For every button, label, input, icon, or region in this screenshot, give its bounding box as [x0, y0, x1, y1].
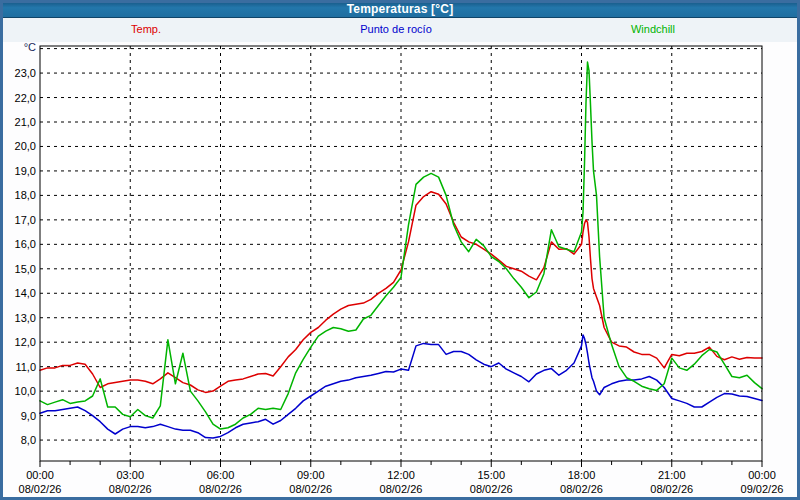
legend: Temp. Punto de rocío Windchill [0, 18, 800, 42]
x-tick-date-label: 08/02/26 [289, 483, 332, 495]
y-tick-label: 21,0 [15, 116, 36, 128]
y-tick-label: 16,0 [15, 238, 36, 250]
temperature-chart: 8,09,010,011,012,013,014,015,016,017,018… [0, 0, 800, 500]
y-tick-label: 13,0 [15, 312, 36, 324]
y-tick-label: 18,0 [15, 189, 36, 201]
x-tick-date-label: 08/02/26 [19, 483, 62, 495]
y-tick-label: 14,0 [15, 287, 36, 299]
x-tick-time-label: 18:00 [568, 469, 596, 481]
y-tick-label: 17,0 [15, 214, 36, 226]
legend-item-dewpoint: Punto de rocío [360, 23, 432, 35]
y-tick-label: 11,0 [15, 361, 36, 373]
y-tick-label: 23,0 [15, 67, 36, 79]
x-tick-time-label: 12:00 [387, 469, 415, 481]
y-tick-label: 10,0 [15, 385, 36, 397]
legend-item-temp: Temp. [131, 23, 161, 35]
y-tick-label: 12,0 [15, 336, 36, 348]
legend-item-windchill: Windchill [631, 23, 675, 35]
y-tick-label: 9,0 [21, 410, 36, 422]
x-tick-time-label: 06:00 [207, 469, 235, 481]
y-axis-unit-label: °C [24, 41, 36, 53]
y-tick-label: 15,0 [15, 263, 36, 275]
x-tick-date-label: 09/02/26 [741, 483, 784, 495]
x-tick-time-label: 21:00 [658, 469, 686, 481]
title-bar: Temperaturas [°C] [0, 0, 800, 18]
y-tick-label: 19,0 [15, 165, 36, 177]
x-tick-time-label: 00:00 [748, 469, 776, 481]
x-tick-date-label: 08/02/26 [380, 483, 423, 495]
x-tick-date-label: 08/02/26 [109, 483, 152, 495]
x-tick-date-label: 08/02/26 [560, 483, 603, 495]
y-tick-label: 20,0 [15, 140, 36, 152]
x-tick-time-label: 03:00 [116, 469, 144, 481]
x-tick-date-label: 08/02/26 [650, 483, 693, 495]
x-tick-time-label: 15:00 [477, 469, 505, 481]
x-tick-date-label: 08/02/26 [470, 483, 513, 495]
x-tick-time-label: 09:00 [297, 469, 325, 481]
x-tick-time-label: 00:00 [26, 469, 54, 481]
y-tick-label: 8,0 [21, 434, 36, 446]
x-tick-date-label: 08/02/26 [199, 483, 242, 495]
window-title: Temperaturas [°C] [347, 2, 454, 16]
y-tick-label: 22,0 [15, 92, 36, 104]
